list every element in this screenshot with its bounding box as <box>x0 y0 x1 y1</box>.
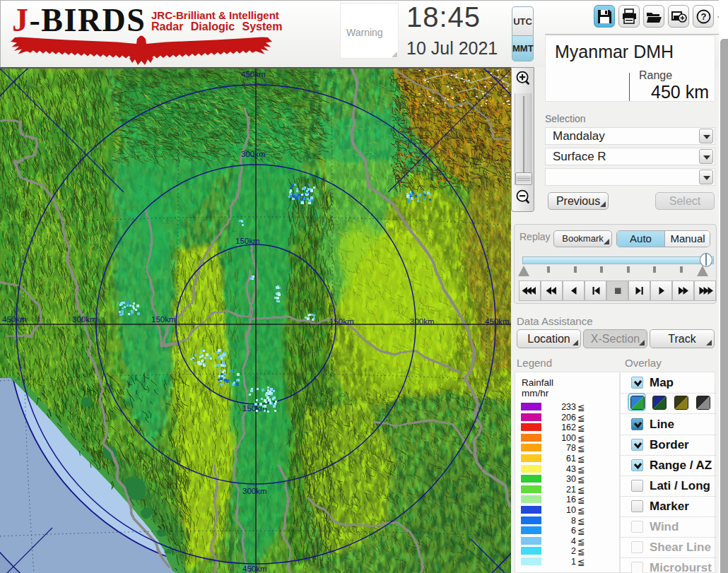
svg-text:300km: 300km <box>410 317 435 326</box>
svg-text:150km: 150km <box>329 317 354 326</box>
svg-text:300km: 300km <box>72 315 97 324</box>
svg-text:?: ? <box>701 11 707 22</box>
svg-text:150km: 150km <box>151 315 176 324</box>
svg-text:450km: 450km <box>241 70 266 78</box>
svg-text:300km: 300km <box>241 150 266 158</box>
svg-text:300km: 300km <box>242 487 267 495</box>
svg-text:450km: 450km <box>2 315 27 324</box>
svg-text:450km: 450km <box>242 565 267 573</box>
svg-text:150km: 150km <box>235 237 260 245</box>
svg-text:450km: 450km <box>485 317 510 326</box>
